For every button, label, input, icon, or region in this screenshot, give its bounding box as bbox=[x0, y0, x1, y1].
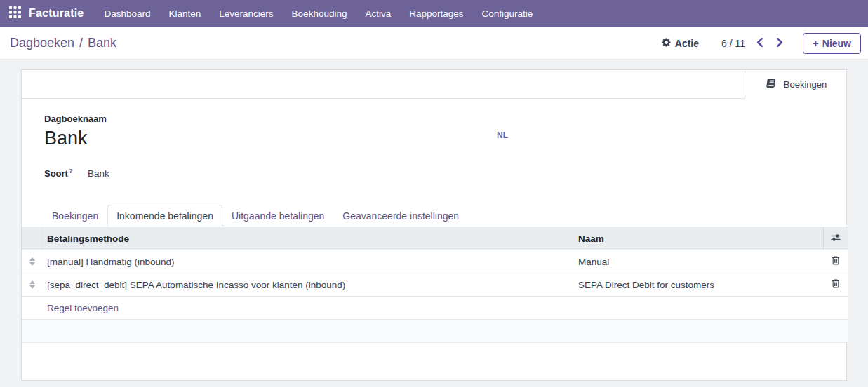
journal-type-field[interactable]: Bank bbox=[88, 168, 109, 179]
table-row[interactable]: [sepa_direct_debit] SEPA Automatische In… bbox=[22, 273, 848, 297]
breadcrumb-parent[interactable]: Dagboeken bbox=[10, 36, 74, 50]
cell-payment-method[interactable]: [sepa_direct_debit] SEPA Automatische In… bbox=[47, 280, 345, 290]
tab-uitgaande-betalingen[interactable]: Uitgaande betalingen bbox=[222, 205, 333, 226]
tab-geavanceerde-instellingen[interactable]: Geavanceerde instellingen bbox=[333, 205, 468, 226]
new-record-button[interactable]: + Nieuw bbox=[803, 33, 861, 54]
control-panel-right: Actie 6 / 11 + Nieuw bbox=[662, 33, 861, 54]
app-title[interactable]: Facturatie bbox=[29, 7, 84, 20]
nav-item-leveranciers[interactable]: Leveranciers bbox=[210, 0, 282, 27]
action-menu-label: Actie bbox=[675, 38, 699, 49]
payment-methods-table: Betalingsmethode Naam [manual] Handmatig… bbox=[22, 227, 848, 343]
nav-item-rapportages[interactable]: Rapportages bbox=[400, 0, 472, 27]
top-navbar: Facturatie Dashboard Klanten Leverancier… bbox=[0, 0, 868, 27]
delete-row-button[interactable] bbox=[832, 255, 840, 268]
table-header-row: Betalingsmethode Naam bbox=[22, 227, 848, 250]
notebook-tabs: Boekingen Inkomende betalingen Uitgaande… bbox=[22, 205, 846, 226]
tab-inkomende-betalingen[interactable]: Inkomende betalingen bbox=[107, 205, 222, 226]
drag-handle-icon[interactable] bbox=[29, 280, 35, 289]
sliders-icon bbox=[830, 232, 841, 245]
nav-item-activa[interactable]: Activa bbox=[356, 0, 400, 27]
breadcrumb-current: Bank bbox=[88, 36, 116, 50]
journal-type-label: Soort? bbox=[44, 168, 72, 179]
form-sheet: Boekingen Dagboeknaam Bank NL Soort? Ban… bbox=[21, 69, 847, 381]
stat-button-boekingen[interactable]: Boekingen bbox=[745, 70, 846, 99]
header-handle-cell bbox=[22, 227, 43, 250]
action-menu-button[interactable]: Actie bbox=[662, 38, 699, 49]
nav-item-configuratie[interactable]: Configuratie bbox=[473, 0, 542, 27]
main-menu: Dashboard Klanten Leveranciers Boekhoudi… bbox=[95, 0, 542, 27]
stat-button-label: Boekingen bbox=[784, 79, 827, 90]
pager bbox=[755, 36, 784, 51]
optional-columns-button[interactable] bbox=[823, 227, 848, 250]
button-box: Boekingen bbox=[22, 70, 846, 99]
help-icon: ? bbox=[69, 168, 73, 175]
drag-handle-icon[interactable] bbox=[29, 257, 35, 266]
delete-row-button[interactable] bbox=[832, 278, 840, 291]
column-header-naam: Naam bbox=[578, 233, 604, 244]
pager-previous-button[interactable] bbox=[755, 36, 765, 51]
journal-name-field[interactable]: Bank bbox=[44, 128, 88, 149]
table-row[interactable]: [manual] Handmatig (inbound) Manual bbox=[22, 250, 848, 273]
trash-icon bbox=[832, 255, 840, 268]
journal-name-label: Dagboeknaam bbox=[44, 114, 107, 124]
apps-grid-icon bbox=[9, 6, 21, 21]
pager-counter: 6 / 11 bbox=[721, 38, 745, 49]
nav-item-klanten[interactable]: Klanten bbox=[160, 0, 211, 27]
table-footer-band bbox=[22, 320, 848, 343]
breadcrumb: Dagboeken / Bank bbox=[10, 36, 116, 50]
translation-badge[interactable]: NL bbox=[497, 130, 508, 140]
add-line-row: Regel toevoegen bbox=[22, 297, 848, 320]
control-panel: Dagboeken / Bank Actie 6 / 11 bbox=[0, 27, 868, 60]
apps-menu-button[interactable] bbox=[0, 0, 29, 27]
cell-payment-method[interactable]: [manual] Handmatig (inbound) bbox=[47, 257, 175, 267]
nav-item-boekhouding[interactable]: Boekhouding bbox=[283, 0, 356, 27]
new-record-label: Nieuw bbox=[822, 38, 851, 49]
chevron-right-icon bbox=[776, 37, 783, 50]
trash-icon bbox=[832, 278, 840, 291]
journal-book-icon bbox=[765, 78, 777, 92]
breadcrumb-separator: / bbox=[79, 36, 83, 50]
tab-boekingen[interactable]: Boekingen bbox=[43, 205, 107, 226]
cell-name[interactable]: Manual bbox=[578, 257, 609, 267]
pager-next-button[interactable] bbox=[775, 36, 784, 51]
nav-item-dashboard[interactable]: Dashboard bbox=[95, 0, 159, 27]
cell-name[interactable]: SEPA Direct Debit for customers bbox=[578, 280, 714, 290]
plus-icon: + bbox=[813, 38, 819, 48]
add-line-link[interactable]: Regel toevoegen bbox=[47, 303, 119, 313]
gear-icon bbox=[662, 38, 671, 49]
chevron-left-icon bbox=[756, 37, 763, 50]
column-header-betalingsmethode: Betalingsmethode bbox=[47, 233, 129, 244]
